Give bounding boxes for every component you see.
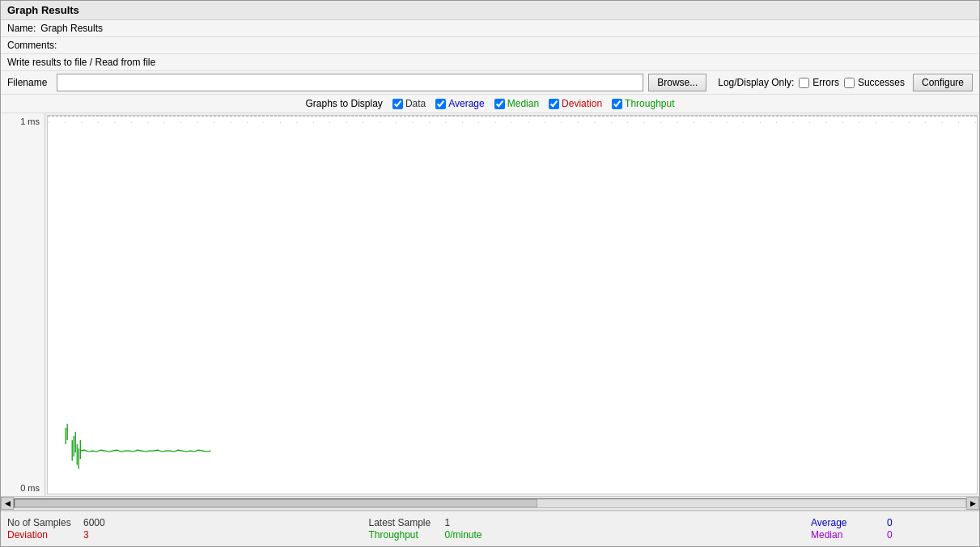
throughput-status-label: Throughput	[369, 529, 442, 541]
latest-sample-item: Latest Sample 1	[369, 517, 451, 528]
status-center-section: Latest Sample 1 Throughput 0/minute	[369, 517, 612, 541]
deviation-checkbox-group: Deviation	[549, 98, 602, 109]
horizontal-scrollbar[interactable]: ◀ ▶	[1, 496, 979, 511]
y-axis-bottom-label: 0 ms	[20, 483, 40, 493]
average-item: Average 0	[811, 517, 893, 528]
filename-input[interactable]	[57, 74, 643, 91]
filename-row: Filename Browse... Log/Display Only: Err…	[1, 71, 979, 95]
average-status-value: 0	[887, 517, 893, 528]
status-right-section: Average 0 Median 0	[811, 517, 973, 541]
successes-checkbox[interactable]	[844, 78, 855, 88]
median-item: Median 0	[811, 529, 893, 541]
chart-svg	[48, 116, 977, 494]
comments-label: Comments:	[7, 40, 57, 51]
throughput-label: Throughput	[625, 98, 674, 109]
average-status-label: Average	[811, 517, 884, 528]
y-axis-top-label: 1 ms	[20, 117, 40, 126]
deviation-status-label: Deviation	[7, 529, 80, 541]
successes-label: Successes	[858, 77, 905, 88]
throughput-checkbox[interactable]	[612, 99, 622, 109]
title-bar: Graph Results	[1, 1, 979, 20]
deviation-status-value: 3	[83, 529, 89, 541]
scroll-thumb[interactable]	[15, 499, 537, 507]
log-display-section: Log/Display Only: Errors Successes Confi…	[718, 74, 973, 91]
window-title: Graph Results	[7, 4, 79, 16]
median-checkbox-group: Median	[494, 98, 539, 109]
median-status-value: 0	[887, 529, 893, 541]
average-label: Average	[448, 98, 484, 109]
data-label: Data	[405, 98, 426, 109]
configure-button[interactable]: Configure	[913, 74, 973, 91]
throughput-status-value: 0/minute	[445, 529, 482, 541]
successes-checkbox-group: Successes	[844, 77, 905, 88]
main-window: Graph Results Name: Graph Results Commen…	[0, 0, 980, 547]
name-label: Name:	[7, 23, 36, 34]
no-of-samples-label: No of Samples	[7, 517, 80, 528]
write-text: Write results to file / Read from file	[7, 57, 155, 68]
median-checkbox[interactable]	[494, 99, 505, 109]
deviation-label: Deviation	[562, 98, 602, 109]
throughput-checkbox-group: Throughput	[612, 98, 674, 109]
write-row: Write results to file / Read from file	[1, 54, 979, 71]
status-left-section: No of Samples 6000 Deviation 3	[7, 517, 169, 541]
chart-drawing-area: . . . . . . . . . . . . . . . . . . . . …	[47, 115, 978, 494]
median-label: Median	[507, 98, 539, 109]
errors-label: Errors	[812, 77, 839, 88]
data-checkbox-group: Data	[392, 98, 426, 109]
throughput-item: Throughput 0/minute	[369, 529, 482, 541]
log-display-label: Log/Display Only:	[718, 77, 794, 88]
errors-checkbox[interactable]	[799, 78, 809, 88]
name-row: Name: Graph Results	[1, 20, 979, 37]
chart-with-yaxis: 1 ms 0 ms . . . . . . . . . . . . . . . …	[1, 113, 979, 496]
no-of-samples-value: 6000	[83, 517, 105, 528]
deviation-checkbox[interactable]	[549, 99, 559, 109]
average-checkbox-group: Average	[435, 98, 484, 109]
scroll-left-button[interactable]: ◀	[1, 497, 14, 510]
average-checkbox[interactable]	[435, 99, 446, 109]
no-of-samples-item: No of Samples 6000	[7, 517, 105, 528]
browse-button[interactable]: Browse...	[648, 74, 706, 91]
deviation-item: Deviation 3	[7, 529, 89, 541]
latest-sample-value: 1	[445, 517, 451, 528]
y-axis: 1 ms 0 ms	[1, 113, 45, 496]
graphs-to-display-label: Graphs to Display	[306, 98, 383, 109]
status-bar: No of Samples 6000 Deviation 3 Latest Sa…	[1, 511, 979, 546]
data-checkbox[interactable]	[392, 99, 403, 109]
chart-container: 1 ms 0 ms . . . . . . . . . . . . . . . …	[1, 113, 979, 511]
errors-checkbox-group: Errors	[799, 77, 839, 88]
latest-sample-label: Latest Sample	[369, 517, 442, 528]
scroll-right-button[interactable]: ▶	[966, 497, 979, 510]
name-value: Graph Results	[40, 23, 103, 34]
graphs-to-display-row: Graphs to Display Data Average Median De…	[1, 95, 979, 113]
scroll-track[interactable]	[14, 498, 966, 508]
comments-row: Comments:	[1, 37, 979, 54]
median-status-label: Median	[811, 529, 884, 541]
filename-label: Filename	[7, 77, 47, 88]
